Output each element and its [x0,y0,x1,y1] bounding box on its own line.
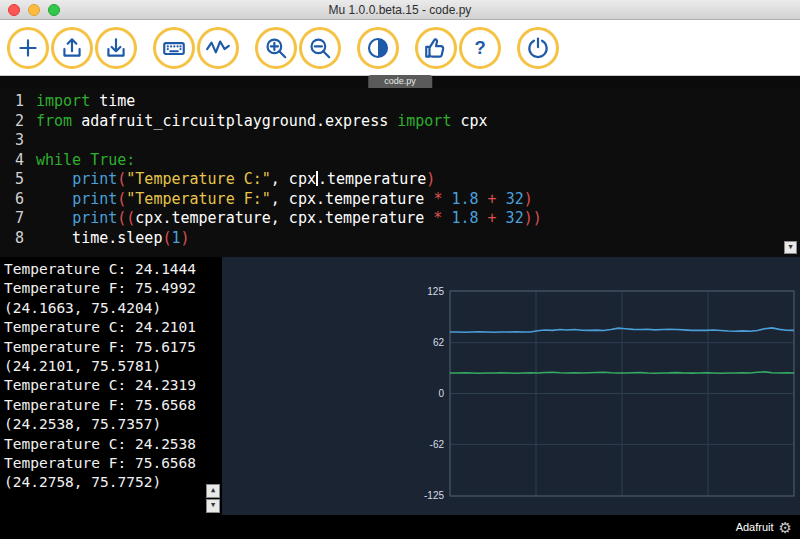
toolbar-save-button[interactable] [95,27,137,69]
y-axis-tick-label: -62 [430,439,445,450]
toolbar-zoom-in-button[interactable] [255,27,297,69]
traffic-lights [8,4,60,16]
toolbar-help-button[interactable]: ? [459,27,501,69]
chart-svg: 125620-62-125 [404,285,800,501]
zoom-out-icon [307,35,333,61]
code-line: 6 print("Temperature F:", cpx.temperatur… [0,190,800,210]
code-text: while True: [36,151,135,171]
window-title: Mu 1.0.0.beta.15 - code.py [329,3,472,17]
line-number: 1 [0,92,36,112]
y-axis-tick-label: -125 [424,490,444,501]
code-line: 4while True: [0,151,800,171]
adafruit-brand-label: Adafruit [736,521,774,533]
code-line: 5 print("Temperature C:", cpx.temperatur… [0,170,800,190]
y-axis-tick-label: 125 [427,286,444,297]
line-number: 2 [0,112,36,132]
toolbar-new-button[interactable] [7,27,49,69]
plotter-icon [205,35,231,61]
console-line: Temperature F: 75.6175 [4,338,222,357]
toolbar-quit-button[interactable] [517,27,559,69]
scroll-down-icon: ▼ [211,496,215,515]
line-number: 3 [0,131,36,151]
check-icon [423,35,449,61]
console-line: (24.2101, 75.5781) [4,357,222,376]
editor-scrollbar-button[interactable]: ▼ [784,241,797,254]
help-icon: ? [467,35,493,61]
plotter-chart: 125620-62-125 [404,285,800,505]
toolbar-load-button[interactable] [51,27,93,69]
console-line: (24.2758, 75.7752) [4,473,222,492]
code-line: 2from adafruit_circuitplayground.express… [0,112,800,132]
serial-console[interactable]: Temperature C: 24.1444Temperature F: 75.… [0,257,222,515]
line-number: 6 [0,190,36,210]
code-text: print((cpx.temperature, cpx.temperature … [36,209,542,229]
load-icon [59,35,85,61]
console-scrollbar: ▲ ▼ [206,484,220,513]
code-text: from adafruit_circuitplayground.express … [36,112,488,132]
code-lines: 1import time2from adafruit_circuitplaygr… [0,92,800,248]
code-text: print("Temperature C:", cpx.temperature) [36,170,435,190]
console-lines: Temperature C: 24.1444Temperature F: 75.… [4,260,222,493]
console-line: Temperature C: 24.1444 [4,260,222,279]
mu-window: Mu 1.0.0.beta.15 - code.py ? code.py 1im… [0,0,800,539]
toolbar-theme-button[interactable] [357,27,399,69]
plotter-pane: 125620-62-125 [222,257,800,515]
console-line: Temperature C: 24.2538 [4,435,222,454]
svg-text:?: ? [474,36,485,57]
minimize-window-button[interactable] [28,4,40,16]
toolbar-check-button[interactable] [415,27,457,69]
y-axis-tick-label: 0 [438,388,444,399]
code-text: import time [36,92,135,112]
console-line: (24.2538, 75.7357) [4,415,222,434]
scroll-down-icon: ▼ [788,238,792,257]
console-line: Temperature C: 24.2319 [4,376,222,395]
quit-icon [525,35,551,61]
zoom-in-icon [263,35,289,61]
line-number: 8 [0,229,36,249]
console-line: (24.1663, 75.4204) [4,299,222,318]
close-window-button[interactable] [8,4,20,16]
code-line: 8 time.sleep(1) [0,229,800,249]
theme-icon [365,35,391,61]
console-line: Temperature F: 75.6568 [4,454,222,473]
toolbar-plotter-button[interactable] [197,27,239,69]
title-bar: Mu 1.0.0.beta.15 - code.py [0,0,800,20]
y-axis-tick-label: 62 [433,337,445,348]
status-bar: Adafruit ⚙ [0,515,800,539]
code-text: print("Temperature F:", cpx.temperature … [36,190,533,210]
code-text: time.sleep(1) [36,229,190,249]
repl-icon [161,35,187,61]
console-line: Temperature F: 75.4992 [4,279,222,298]
code-line: 1import time [0,92,800,112]
code-line: 7 print((cpx.temperature, cpx.temperatur… [0,209,800,229]
toolbar-repl-button[interactable] [153,27,195,69]
console-line: Temperature F: 75.6568 [4,396,222,415]
console-line: Temperature C: 24.2101 [4,318,222,337]
line-number: 7 [0,209,36,229]
toolbar-zoom-out-button[interactable] [299,27,341,69]
zoom-window-button[interactable] [48,4,60,16]
tab-code-py[interactable]: code.py [368,75,432,88]
code-editor[interactable]: 1import time2from adafruit_circuitplaygr… [0,88,800,257]
tab-bar: code.py [0,76,800,88]
code-line: 3 [0,131,800,151]
console-scroll-down-button[interactable]: ▼ [206,499,220,513]
gear-icon: ⚙ [779,520,792,535]
bottom-panes: Temperature C: 24.1444Temperature F: 75.… [0,257,800,515]
toolbar: ? [0,20,800,76]
save-icon [103,35,129,61]
line-number: 4 [0,151,36,171]
new-icon [15,35,41,61]
line-number: 5 [0,170,36,190]
